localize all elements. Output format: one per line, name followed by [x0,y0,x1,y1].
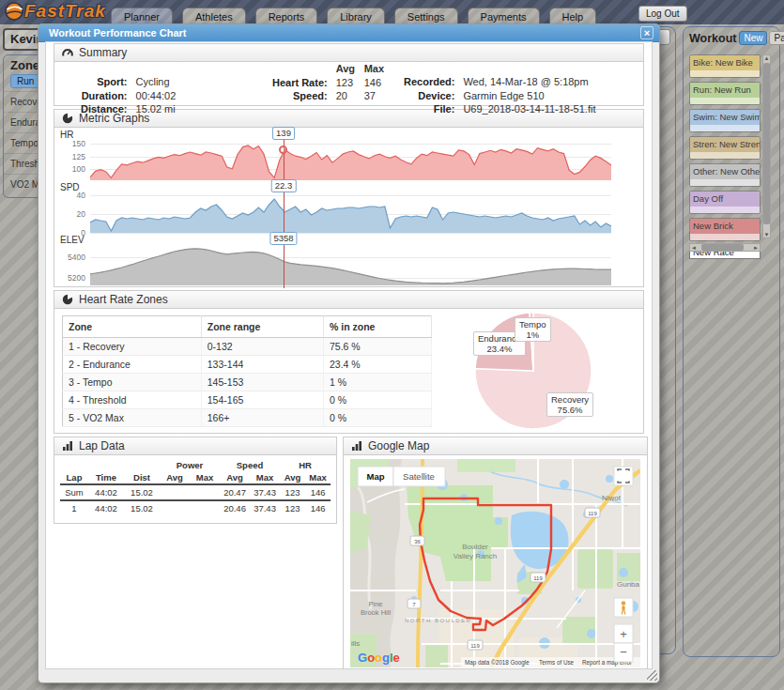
workout-card[interactable]: Other: New Other [689,163,761,187]
map-label-gunbarrel: Gunba [617,580,640,589]
column-header: Max [190,471,220,484]
lap-data-section: Lap Data PowerSpeedHRLapTimeDistAvgMaxAv… [54,437,337,524]
column-header: Lap [60,471,88,484]
scroll-down-icon[interactable]: ▼ [763,232,770,238]
map-label-ranch: Boulder [462,543,488,551]
metric-graphs-body: HR100125150139 SPD0204022.3 ELEV52005400… [54,128,643,286]
route-shield-119: 119 [468,640,483,650]
workout-card[interactable]: Swim: New Swim [689,109,761,132]
scroll-right-icon[interactable]: ► [753,244,759,252]
svg-text:119: 119 [470,643,480,649]
workout-title: Workout [689,32,736,45]
pie-label-pct: 23.4% [478,344,521,354]
workout-tab-new[interactable]: New [739,31,767,45]
group-header: HR [280,459,331,471]
elev-chart[interactable]: ELEV520054005358 [54,236,643,286]
close-icon[interactable]: × [640,26,653,39]
workout-card-label: Swim: New Swim [690,110,760,125]
tick-label: 5400 [54,253,85,262]
resize-handle[interactable] [647,670,657,681]
hr-chart[interactable]: HR100125150139 [54,130,643,181]
y-axis-ticks: 02040 [54,192,85,233]
workout-card-label: New Brick [690,219,760,234]
tick-label: 20 [54,209,85,219]
svg-text:+: + [620,627,627,641]
workout-vertical-scrollbar[interactable]: ▲ ▼ [762,54,771,238]
map-label-foothills: ills [351,639,360,648]
pie-label-recovery: Recovery75.6% [546,392,593,417]
top-nav-bar: FastTrak PlannerAthletesReportsLibrarySe… [0,0,784,24]
pie-label-name: Tempo [519,319,546,330]
zoom-in-button[interactable]: + [614,624,633,643]
brand-name: FastTrak [24,1,106,22]
dialog-titlebar[interactable]: Workout Performance Chart × [38,24,659,42]
workout-card-body [690,207,760,213]
hr-zones-table: ZoneZone range% in zone 1 - Recovery0-13… [62,315,432,427]
table-row: 5 - VO2 Max166+0 % [63,409,432,427]
workout-card[interactable]: Stren: New Stren [689,136,761,160]
svg-text:36: 36 [414,539,421,544]
svg-text:−: − [620,645,627,659]
workout-card-body [690,234,760,240]
group-header: Speed [220,459,280,471]
group-header: Power [160,459,220,471]
satellite-type-button[interactable]: Satellite [393,467,445,486]
scroll-left-icon[interactable]: ◄ [691,244,697,252]
map-type-button[interactable]: Map [358,467,393,486]
workout-card-label: Bike: New Bike [690,55,760,70]
route-shield-7: 7 [407,599,421,608]
workout-card[interactable]: New Brick [689,218,761,241]
workout-card-label: Run: New Run [690,83,760,98]
google-map-body: 36 7 119 119 [344,455,647,669]
workout-card-body [690,70,760,77]
google-map-section: Google Map [343,437,648,669]
zones-tab-run[interactable]: Run [10,74,40,88]
column-header: Avg [220,471,250,484]
bar-chart-icon [62,440,73,452]
dialog-title: Workout Performance Chart [38,24,659,41]
pie-chart-icon [62,294,73,305]
spd-plot-area[interactable]: 22.3 [90,192,611,233]
pegman-button[interactable] [614,598,633,617]
column-header: Max [305,471,331,484]
fasttrak-logo: FastTrak [4,1,106,22]
workout-horizontal-scrollbar[interactable]: ◄ ► [689,243,761,252]
scrollbar-thumb[interactable] [701,244,744,251]
workout-card-body [690,179,760,186]
workout-card[interactable]: Day Off [689,191,761,214]
map-terms-link[interactable]: Terms of Use [539,659,575,666]
zoom-out-button[interactable]: − [614,643,633,662]
tick-label: 125 [54,152,85,161]
metric-graphs-section: Metric Graphs HR100125150139 SPD0204022.… [54,109,644,287]
scrollbar-thumb[interactable] [763,63,770,224]
y-axis-ticks: 100125150 [54,139,85,180]
google-logo: Google [358,651,400,665]
table-row: 2 - Endurance133-14423.4 % [63,356,432,374]
summary-header: Summary [54,44,643,62]
tick-label: 150 [54,139,85,148]
summary-left-column: Sport:CyclingDuration:00:44:02Distance:1… [81,76,176,117]
table-row: Sum44:0215.0220.4737.43123146 [60,484,331,500]
spd-chart[interactable]: SPD0204022.3 [54,183,643,234]
elev-plot-area[interactable]: 5358 [90,244,611,285]
map-attribution: Map data ©2018 Google [465,659,530,667]
summary-section: Summary Sport:CyclingDuration:00:44:02Di… [54,43,644,106]
workout-card-label: Other: New Other [690,164,760,179]
workout-card[interactable]: Bike: New Bike [689,54,761,78]
cursor-tooltip: 22.3 [271,179,297,192]
scroll-up-icon[interactable]: ▲ [763,55,770,61]
route-shield-119: 119 [585,508,600,517]
lap-data-title: Lap Data [79,439,125,452]
table-row: 3 - Tempo145-1531 % [63,374,432,391]
workout-card[interactable]: Run: New Run [689,82,761,105]
hr-plot-area[interactable]: 139 [90,139,611,180]
workout-card-body [690,152,760,159]
map-canvas[interactable]: 36 7 119 119 [350,459,640,667]
workout-tab-past[interactable]: Past [769,31,784,45]
svg-text:Map: Map [367,471,385,482]
svg-text:119: 119 [533,575,543,581]
column-header: % in zone [324,316,432,338]
logout-button[interactable]: Log Out [638,6,687,22]
fullscreen-button[interactable] [614,467,633,485]
tick-label: 40 [54,191,85,200]
